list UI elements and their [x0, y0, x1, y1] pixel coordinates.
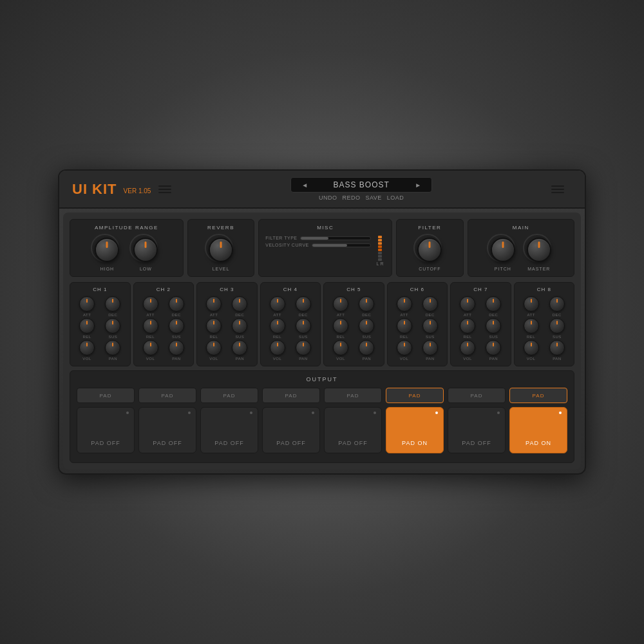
- ch8-dec-knob[interactable]: [549, 296, 565, 312]
- pad-small-5[interactable]: PAD: [324, 388, 382, 403]
- ch1-rel-knob[interactable]: [79, 318, 95, 334]
- redo-button[interactable]: REDO: [343, 194, 361, 201]
- pad-small-7[interactable]: PAD: [448, 388, 506, 403]
- ch1-pan-label: PAN: [109, 357, 117, 361]
- ch7-att-label: ATT: [464, 313, 471, 317]
- ch7-sus-knob[interactable]: [486, 318, 501, 334]
- pad-large-7[interactable]: PAD OFF: [448, 407, 506, 453]
- ch5-vol-knob[interactable]: [333, 340, 348, 355]
- pitch-knob[interactable]: [491, 238, 515, 262]
- ch7-rel-knob[interactable]: [460, 318, 475, 334]
- ch6-rel-knob[interactable]: [397, 318, 412, 334]
- ch7-pan-knob[interactable]: [486, 340, 501, 355]
- misc-controls: FILTER TYPE VELOSITY CURVE: [265, 236, 371, 266]
- ch4-dec-knob[interactable]: [296, 296, 311, 312]
- ch2-att-knob[interactable]: [143, 296, 158, 312]
- filter-cutoff-container: CUTOFF: [415, 236, 444, 271]
- ch7-att-knob[interactable]: [460, 296, 475, 312]
- ch4-sus-knob[interactable]: [296, 318, 311, 334]
- next-preset-button[interactable]: ►: [415, 182, 421, 189]
- ch2-dec-knob[interactable]: [169, 296, 184, 312]
- ch2-rel-knob[interactable]: [143, 318, 158, 334]
- reverb-level-knob[interactable]: [209, 238, 233, 262]
- ch1-knob-row: RELSUS: [74, 318, 126, 339]
- filter-cutoff-knob[interactable]: [417, 238, 442, 262]
- pad-large-5[interactable]: PAD OFF: [324, 407, 382, 453]
- undo-button[interactable]: UNDO: [319, 194, 337, 201]
- ch1-dec-knob[interactable]: [105, 296, 120, 312]
- ch4-att-knob[interactable]: [270, 296, 285, 312]
- ch7-vol-knob[interactable]: [460, 340, 475, 355]
- filter-type-row: FILTER TYPE: [265, 236, 371, 240]
- ch1-sus-label: SUS: [108, 335, 117, 339]
- ch5-dec-knob[interactable]: [359, 296, 374, 312]
- pad-small-6[interactable]: PAD: [386, 388, 444, 403]
- filter-type-slider[interactable]: [300, 236, 372, 240]
- prev-preset-button[interactable]: ◄: [301, 182, 308, 189]
- ch6-vol-knob[interactable]: [397, 340, 412, 355]
- pad-large-row: PAD OFFPAD OFFPAD OFFPAD OFFPAD OFFPAD O…: [77, 407, 567, 453]
- ch1-sus-knob[interactable]: [105, 318, 120, 334]
- ch1-vol-label: VOL: [82, 357, 91, 361]
- velocity-slider[interactable]: [312, 243, 371, 247]
- ch8-vol-knob[interactable]: [524, 340, 539, 355]
- pad-large-4[interactable]: PAD OFF: [262, 407, 320, 453]
- ch3-rel-knob[interactable]: [206, 318, 222, 334]
- ch8-pan-knob[interactable]: [549, 340, 565, 355]
- pad-small-1[interactable]: PAD: [77, 388, 135, 403]
- ch2-knob-row: RELSUS: [138, 318, 190, 339]
- ch4-vol-wrap: VOL: [270, 340, 285, 361]
- ch8-att-knob[interactable]: [524, 296, 539, 312]
- ch2-sus-knob[interactable]: [169, 318, 184, 334]
- ch5-rel-knob[interactable]: [333, 318, 348, 334]
- ch3-att-knob[interactable]: [206, 296, 222, 312]
- ch4-vol-knob[interactable]: [270, 340, 285, 355]
- ch2-pan-knob[interactable]: [169, 340, 184, 355]
- channel-7: CH 7ATTDECRELSUSVOLPAN: [450, 282, 511, 366]
- ch3-pan-knob[interactable]: [232, 340, 247, 355]
- ch3-vol-knob[interactable]: [206, 340, 222, 355]
- master-knob[interactable]: [527, 238, 551, 262]
- ch2-vol-knob[interactable]: [143, 340, 158, 355]
- ch1-pan-knob[interactable]: [105, 340, 120, 355]
- ch6-pan-knob[interactable]: [422, 340, 438, 355]
- ch1-vol-knob[interactable]: [79, 340, 95, 355]
- high-knob[interactable]: [95, 238, 119, 262]
- ch8-sus-knob[interactable]: [549, 318, 565, 334]
- ch3-dec-knob[interactable]: [232, 296, 247, 312]
- ch5-sus-knob[interactable]: [359, 318, 374, 334]
- ch8-rel-knob[interactable]: [524, 318, 539, 334]
- reverb-level-label: LEVEL: [213, 267, 230, 271]
- pad-small-3[interactable]: PAD: [200, 388, 258, 403]
- ch7-dec-knob[interactable]: [486, 296, 501, 312]
- pad-small-8[interactable]: PAD: [509, 388, 567, 403]
- pad-large-1[interactable]: PAD OFF: [77, 407, 135, 453]
- pad-small-4[interactable]: PAD: [262, 388, 320, 403]
- ch6-rel-label: REL: [400, 335, 408, 339]
- ch6-knob-row: ATTDEC: [392, 296, 444, 317]
- pad-large-6[interactable]: PAD ON: [386, 407, 444, 453]
- ch1-att-knob[interactable]: [79, 296, 95, 312]
- ch6-sus-knob[interactable]: [422, 318, 438, 334]
- ch6-dec-knob[interactable]: [422, 296, 438, 312]
- ch7-att-wrap: ATT: [460, 296, 475, 317]
- ch4-pan-label: PAN: [299, 357, 307, 361]
- ch5-pan-wrap: PAN: [359, 340, 374, 361]
- save-button[interactable]: SAVE: [366, 194, 382, 201]
- load-button[interactable]: LOAD: [387, 194, 404, 201]
- pad-large-8[interactable]: PAD ON: [509, 407, 567, 453]
- vu-l-label: L: [377, 261, 379, 266]
- ch3-sus-knob[interactable]: [232, 318, 247, 334]
- ch4-pan-knob[interactable]: [296, 340, 311, 355]
- ch5-pan-knob[interactable]: [359, 340, 374, 355]
- pad-small-2[interactable]: PAD: [138, 388, 196, 403]
- pad-large-2[interactable]: PAD OFF: [138, 407, 196, 453]
- master-knob-container: MASTER: [525, 236, 553, 271]
- ch6-att-knob[interactable]: [397, 296, 412, 312]
- pad-large-3[interactable]: PAD OFF: [200, 407, 258, 453]
- ch4-rel-knob[interactable]: [270, 318, 285, 334]
- ch1-vol-wrap: VOL: [79, 340, 95, 361]
- vu-labels: L R: [377, 261, 384, 266]
- ch5-att-knob[interactable]: [333, 296, 348, 312]
- low-knob[interactable]: [133, 238, 158, 262]
